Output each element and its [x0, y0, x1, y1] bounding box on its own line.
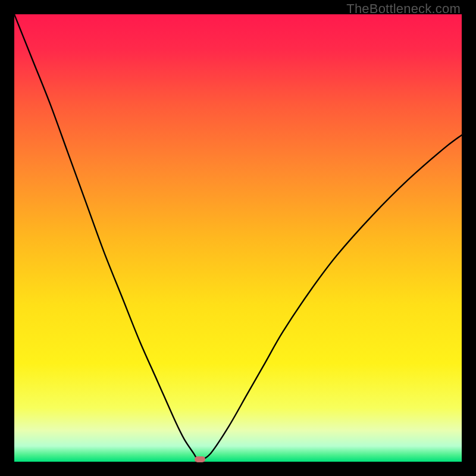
bottleneck-chart	[14, 14, 462, 462]
chart-frame	[14, 14, 462, 462]
optimal-point-marker	[195, 456, 205, 462]
gradient-background	[14, 14, 462, 462]
